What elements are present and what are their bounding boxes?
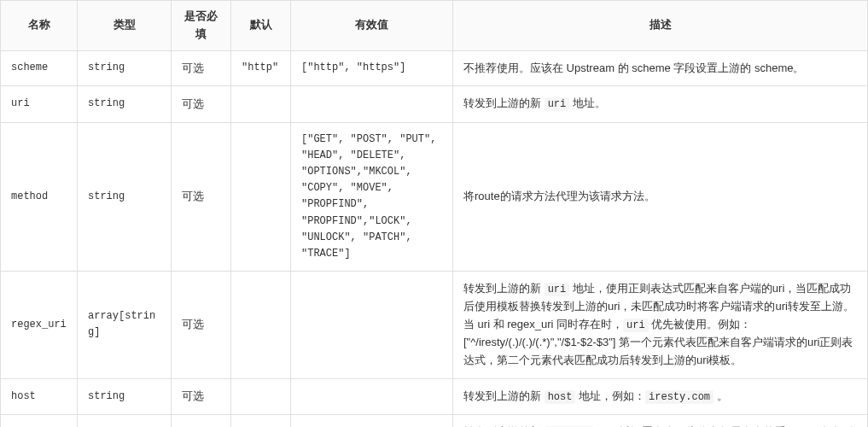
cell-type: string <box>78 86 172 122</box>
cell-required: 可选 <box>172 272 231 379</box>
col-default: 默认 <box>231 1 291 51</box>
cell-valid <box>291 272 453 379</box>
table-row: schemestring可选"http"["http", "https"]不推荐… <box>1 50 868 86</box>
cell-type: array[string] <box>78 272 172 379</box>
cell-type: object <box>78 415 172 427</box>
cell-default <box>231 378 291 414</box>
cell-default <box>231 415 291 427</box>
cell-required: 可选 <box>172 50 231 86</box>
cell-valid <box>291 378 453 414</box>
table-row: regex_uriarray[string]可选转发到上游的新 uri 地址，使… <box>1 272 868 379</box>
cell-name: host <box>1 378 78 414</box>
table-row: headersobject可选转发到上游的新 headers ，可以设置多个。头… <box>1 415 868 427</box>
cell-valid <box>291 415 453 427</box>
cell-desc: 不推荐使用。应该在 Upstream 的 scheme 字段设置上游的 sche… <box>453 50 868 86</box>
table-header-row: 名称 类型 是否必填 默认 有效值 描述 <box>1 1 868 51</box>
col-required: 是否必填 <box>172 1 231 51</box>
table-row: hoststring可选转发到上游的新 host 地址，例如：iresty.co… <box>1 378 868 414</box>
cell-default <box>231 122 291 272</box>
cell-valid <box>291 86 453 122</box>
cell-default <box>231 272 291 379</box>
table-row: uristring可选转发到上游的新 uri 地址。 <box>1 86 868 122</box>
cell-name: method <box>1 122 78 272</box>
cell-desc: 将route的请求方法代理为该请求方法。 <box>453 122 868 272</box>
cell-valid: ["GET", "POST", "PUT", "HEAD", "DELETE",… <box>291 122 453 272</box>
cell-required: 可选 <box>172 415 231 427</box>
cell-valid: ["http", "https"] <box>291 50 453 86</box>
cell-desc: 转发到上游的新 headers ，可以设置多个。头信息如果存在将重写，不存在则添… <box>453 415 868 427</box>
cell-desc: 转发到上游的新 uri 地址。 <box>453 86 868 122</box>
cell-default: "http" <box>231 50 291 86</box>
cell-name: regex_uri <box>1 272 78 379</box>
col-name: 名称 <box>1 1 78 51</box>
cell-name: scheme <box>1 50 78 86</box>
cell-type: string <box>78 50 172 86</box>
col-valid: 有效值 <box>291 1 453 51</box>
cell-type: string <box>78 122 172 272</box>
table-row: methodstring可选["GET", "POST", "PUT", "HE… <box>1 122 868 272</box>
col-type: 类型 <box>78 1 172 51</box>
cell-name: headers <box>1 415 78 427</box>
cell-type: string <box>78 378 172 414</box>
cell-required: 可选 <box>172 378 231 414</box>
cell-required: 可选 <box>172 122 231 272</box>
cell-name: uri <box>1 86 78 122</box>
col-desc: 描述 <box>453 1 868 51</box>
cell-desc: 转发到上游的新 uri 地址，使用正则表达式匹配来自客户端的uri，当匹配成功后… <box>453 272 868 379</box>
cell-required: 可选 <box>172 86 231 122</box>
cell-desc: 转发到上游的新 host 地址，例如：iresty.com 。 <box>453 378 868 414</box>
params-table: 名称 类型 是否必填 默认 有效值 描述 schemestring可选"http… <box>0 0 868 427</box>
cell-default <box>231 86 291 122</box>
